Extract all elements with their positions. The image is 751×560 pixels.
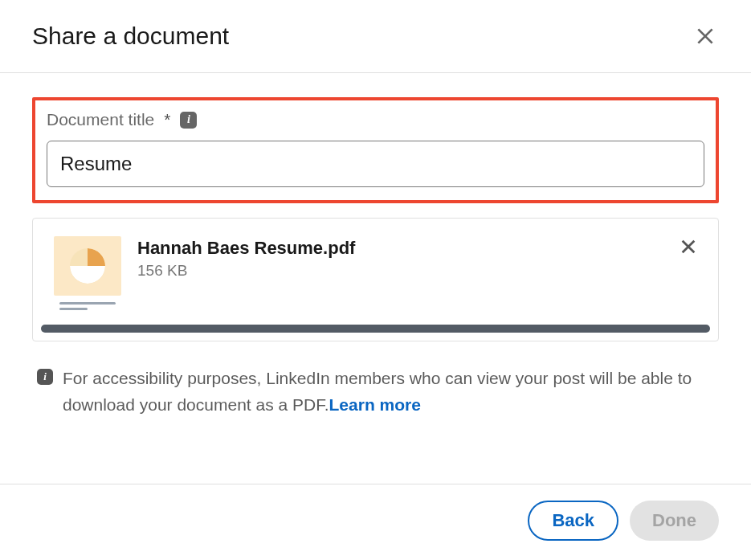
- share-document-modal: Share a document Document title * i: [0, 0, 751, 560]
- file-row: Hannah Baes Resume.pdf 156 KB: [33, 219, 718, 325]
- title-label-row: Document title * i: [47, 110, 704, 129]
- title-label: Document title: [47, 110, 154, 129]
- modal-header: Share a document: [0, 0, 751, 73]
- remove-icon: [680, 238, 697, 255]
- required-indicator: *: [164, 110, 170, 129]
- close-icon: [695, 26, 716, 47]
- uploaded-file-card: Hannah Baes Resume.pdf 156 KB: [32, 218, 719, 341]
- modal-title: Share a document: [32, 22, 229, 50]
- file-name: Hannah Baes Resume.pdf: [137, 238, 663, 259]
- modal-footer: Back Done: [0, 484, 751, 560]
- file-size: 156 KB: [137, 262, 663, 280]
- upload-progress-bar: [41, 325, 710, 333]
- info-icon: i: [37, 369, 53, 385]
- learn-more-link[interactable]: Learn more: [329, 395, 421, 414]
- file-thumbnail: [52, 236, 123, 310]
- accessibility-note: i For accessibility purposes, LinkedIn m…: [32, 366, 719, 418]
- document-title-input[interactable]: [47, 141, 704, 187]
- note-text: For accessibility purposes, LinkedIn mem…: [63, 366, 714, 418]
- modal-content: Document title * i Hannah Baes R: [0, 73, 751, 484]
- close-button[interactable]: [692, 22, 719, 50]
- info-icon[interactable]: i: [180, 112, 197, 129]
- title-field-highlight: Document title * i: [32, 97, 719, 203]
- remove-file-button[interactable]: [678, 236, 699, 260]
- done-button[interactable]: Done: [630, 501, 719, 541]
- back-button[interactable]: Back: [528, 501, 618, 541]
- file-info: Hannah Baes Resume.pdf 156 KB: [137, 236, 663, 280]
